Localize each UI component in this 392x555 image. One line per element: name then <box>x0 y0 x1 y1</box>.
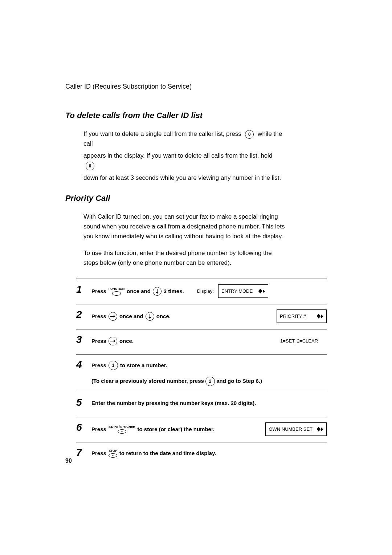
key-zero-icon: 0 <box>86 162 94 170</box>
text: once and <box>127 285 151 297</box>
step-content: Enter the number by pressing the number … <box>91 397 327 409</box>
step-number: 3 <box>76 335 88 345</box>
step-content: Press once. 1=SET, 2=CLEAR <box>91 335 327 347</box>
key-label: START/SPEICHER <box>109 425 135 429</box>
step-content: Press 1 to store a number. (To clear a p… <box>91 360 327 387</box>
right-arrow-icon <box>321 315 323 318</box>
down-arrow-key-icon <box>146 312 154 321</box>
display-readout: OWN NUMBER SET <box>265 422 327 436</box>
text: to store a number. <box>120 360 167 371</box>
display-readout: 1=SET, 2=CLEAR <box>277 335 327 347</box>
text: Enter the number by pressing the number … <box>91 397 256 409</box>
step4-note: (To clear a previously stored number, pr… <box>91 375 327 387</box>
step-row: 6 Press START/SPEICHER to store (or clea… <box>76 417 327 442</box>
step-row: 1 Press FUNKTION once and 3 times. Displ… <box>76 279 327 304</box>
step-content: Press START/SPEICHER to store (or clear)… <box>91 422 327 436</box>
text: and go to Step 6.) <box>216 378 262 384</box>
startspeicher-key-icon: START/SPEICHER <box>109 425 135 434</box>
right-arrow-key-icon <box>109 337 117 345</box>
key-two-icon: 2 <box>205 377 215 386</box>
display-text: PRIORITY # <box>280 311 306 321</box>
text: Press <box>91 447 106 459</box>
up-down-icon <box>317 314 320 319</box>
key-one-icon: 1 <box>109 361 118 370</box>
page-content: Caller ID (Requires Subscription to Serv… <box>0 0 392 467</box>
text: appears in the display. If you want to d… <box>83 152 272 159</box>
delete-paragraph-1: If you want to delete a single call from… <box>83 129 287 149</box>
text: 3 times. <box>164 285 184 297</box>
step-content: Press once and once. PRIORITY # <box>91 309 327 323</box>
right-arrow-icon <box>263 289 265 293</box>
down-arrow-key-icon <box>153 287 162 296</box>
delete-paragraph-3: down for at least 3 seconds while you ar… <box>83 173 287 183</box>
step-number: 2 <box>76 309 88 320</box>
key-label: STOP <box>109 449 117 453</box>
step-row: 7 Press STOP to return to the date and t… <box>76 442 327 467</box>
text: to store (or clear) the number. <box>138 424 215 435</box>
step-row: 3 Press once. 1=SET, 2=CLEAR <box>76 329 327 354</box>
step-number: 4 <box>76 360 88 370</box>
display-readout: PRIORITY # <box>277 309 327 323</box>
right-arrow-key-icon <box>109 312 117 321</box>
display-text: OWN NUMBER SET <box>269 424 313 434</box>
right-arrow-icon <box>321 428 323 431</box>
step-row: 5 Enter the number by pressing the numbe… <box>76 392 327 417</box>
delete-paragraph-2: appears in the display. If you want to d… <box>83 151 287 170</box>
page-number: 90 <box>65 458 72 464</box>
up-down-icon <box>317 427 320 432</box>
key-zero-icon: 0 <box>245 130 254 139</box>
section-title-priority: Priority Call <box>65 194 327 203</box>
display-text: 1=SET, 2=CLEAR <box>280 336 318 346</box>
text: once. <box>156 311 171 322</box>
chapter-header: Caller ID (Requires Subscription to Serv… <box>65 83 327 90</box>
step-content: Press FUNKTION once and 3 times. Display… <box>91 284 327 298</box>
step-number: 5 <box>76 397 88 408</box>
text: Press <box>91 311 106 322</box>
display-text: ENTRY MODE <box>221 286 253 296</box>
text: Press <box>91 424 106 435</box>
text: Press <box>91 335 106 347</box>
text: once. <box>119 335 134 347</box>
step-row: 2 Press once and once. PRIORITY # <box>76 304 327 329</box>
funktion-key-icon: FUNKTION <box>109 287 124 296</box>
step-number: 7 <box>76 447 88 458</box>
text: to return to the date and time display. <box>119 447 216 459</box>
text: If you want to delete a single call from… <box>83 130 243 137</box>
text: (To clear a previously stored number, pr… <box>91 378 204 384</box>
text: once and <box>119 311 143 322</box>
step-number: 6 <box>76 422 88 433</box>
priority-paragraph-1: With Caller ID turned on, you can set yo… <box>83 212 287 242</box>
steps-list: 1 Press FUNKTION once and 3 times. Displ… <box>76 279 327 467</box>
text: Press <box>91 285 106 297</box>
display-readout: ENTRY MODE <box>218 284 268 298</box>
up-down-icon <box>258 289 262 293</box>
text: Press <box>91 360 106 371</box>
step-number: 1 <box>76 284 88 295</box>
step-row: 4 Press 1 to store a number. (To clear a… <box>76 354 327 392</box>
key-label: FUNKTION <box>109 287 124 291</box>
stop-key-icon: STOP <box>109 449 117 458</box>
step-content: Press STOP to return to the date and tim… <box>91 447 327 459</box>
display-label: Display: <box>197 286 214 296</box>
priority-paragraph-2: To use this function, enter the desired … <box>83 248 287 268</box>
section-title-delete: To delete calls from the Caller ID list <box>65 111 327 120</box>
